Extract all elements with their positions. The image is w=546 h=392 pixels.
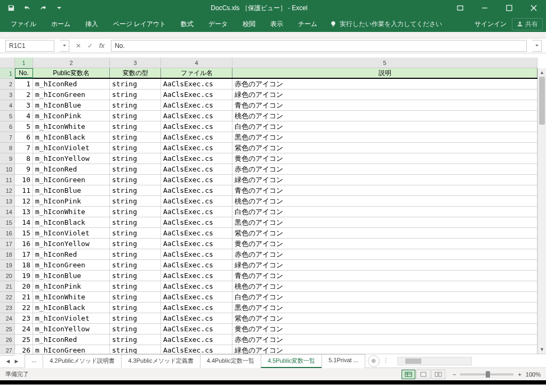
- cell-name[interactable]: m_hIconBlack: [33, 303, 110, 313]
- cell-no[interactable]: 5: [15, 121, 33, 132]
- cell-desc[interactable]: 緑色のアイコン: [232, 260, 537, 270]
- tab-file[interactable]: ファイル: [3, 16, 44, 32]
- cell-desc[interactable]: 桃色のアイコン: [232, 281, 537, 291]
- cell-name[interactable]: m_hIconBlue: [33, 271, 110, 281]
- qat-dropdown-icon[interactable]: [52, 2, 66, 14]
- cell-type[interactable]: string: [110, 334, 161, 345]
- cell-type[interactable]: string: [110, 111, 161, 121]
- cell-file[interactable]: AaClsExec.cs: [161, 345, 232, 354]
- cell-file[interactable]: AaClsExec.cs: [161, 132, 232, 142]
- cell-file[interactable]: AaClsExec.cs: [161, 228, 232, 238]
- cell-name[interactable]: m_hIconBlack: [33, 132, 110, 142]
- sheet-tab[interactable]: 5.1Privat ...: [322, 354, 365, 368]
- cell-name[interactable]: m_hIconRed: [33, 249, 110, 259]
- cell-no[interactable]: 6: [15, 132, 33, 142]
- tab-team[interactable]: チーム: [291, 16, 325, 32]
- cell-no[interactable]: 17: [15, 249, 33, 259]
- view-page-layout-button[interactable]: [416, 370, 430, 379]
- row-header[interactable]: 25: [0, 324, 14, 334]
- cell-type[interactable]: string: [110, 260, 161, 270]
- cancel-formula-button[interactable]: ✕: [76, 42, 81, 50]
- row-header[interactable]: 10: [0, 164, 14, 175]
- share-button[interactable]: 共有: [512, 18, 543, 30]
- cell-type[interactable]: string: [110, 207, 161, 217]
- minimize-button[interactable]: [472, 0, 497, 16]
- add-sheet-button[interactable]: ⊕: [368, 355, 380, 367]
- cell-no[interactable]: 20: [15, 281, 33, 291]
- vertical-scrollbar[interactable]: ▲ ▼: [537, 68, 546, 354]
- row-header[interactable]: 16: [0, 228, 14, 239]
- row-header[interactable]: 26: [0, 334, 14, 345]
- cell-desc[interactable]: 青色のアイコン: [232, 100, 537, 110]
- cell-type[interactable]: string: [110, 164, 161, 174]
- cell-type[interactable]: string: [110, 132, 161, 142]
- cell-type[interactable]: string: [110, 175, 161, 185]
- cell-file[interactable]: AaClsExec.cs: [161, 121, 232, 132]
- formula-expand[interactable]: [532, 40, 542, 52]
- cell-name[interactable]: m_hIconYellow: [33, 239, 110, 249]
- cell-name[interactable]: m_hIconRed: [33, 334, 110, 345]
- cell-no[interactable]: 2: [15, 89, 33, 100]
- cell-type[interactable]: string: [110, 239, 161, 249]
- cell-file[interactable]: AaClsExec.cs: [161, 260, 232, 270]
- cell-no[interactable]: 7: [15, 143, 33, 153]
- cell-type[interactable]: string: [110, 228, 161, 238]
- zoom-out-button[interactable]: −: [453, 371, 456, 378]
- scroll-down-icon[interactable]: ▼: [538, 345, 546, 354]
- cell-type[interactable]: string: [110, 281, 161, 291]
- ribbon-display-button[interactable]: [448, 0, 472, 16]
- view-normal-button[interactable]: [402, 370, 415, 379]
- formula-input[interactable]: No.: [111, 40, 527, 52]
- cell-desc[interactable]: 紫色のアイコン: [232, 313, 537, 323]
- cell-name[interactable]: m_hIconRed: [33, 79, 110, 89]
- cells-area[interactable]: No.Public変数名変数の型ファイル名説明1m_hIconRedstring…: [15, 68, 537, 354]
- cell-desc[interactable]: 黒色のアイコン: [232, 217, 537, 227]
- row-header[interactable]: 18: [0, 249, 14, 260]
- cell-no[interactable]: 15: [15, 228, 33, 238]
- cell-no[interactable]: 10: [15, 175, 33, 185]
- cell-file[interactable]: AaClsExec.cs: [161, 79, 232, 89]
- row-header[interactable]: 21: [0, 281, 14, 292]
- cell-no[interactable]: 13: [15, 207, 33, 217]
- cell-file[interactable]: AaClsExec.cs: [161, 153, 232, 164]
- tab-page-layout[interactable]: ページ レイアウト: [106, 16, 173, 32]
- header-file[interactable]: ファイル名: [161, 68, 232, 78]
- close-button[interactable]: [521, 0, 546, 16]
- row-header[interactable]: 4: [0, 100, 14, 111]
- cell-file[interactable]: AaClsExec.cs: [161, 207, 232, 217]
- cell-desc[interactable]: 黒色のアイコン: [232, 132, 537, 142]
- cell-desc[interactable]: 白色のアイコン: [232, 207, 537, 217]
- header-desc[interactable]: 説明: [232, 68, 537, 78]
- cell-no[interactable]: 8: [15, 153, 33, 164]
- cell-desc[interactable]: 黒色のアイコン: [232, 303, 537, 313]
- cell-type[interactable]: string: [110, 121, 161, 132]
- cell-desc[interactable]: 紫色のアイコン: [232, 228, 537, 238]
- cell-no[interactable]: 23: [15, 313, 33, 323]
- cell-file[interactable]: AaClsExec.cs: [161, 111, 232, 121]
- cell-name[interactable]: m_hIconPink: [33, 281, 110, 291]
- cell-file[interactable]: AaClsExec.cs: [161, 175, 232, 185]
- cell-name[interactable]: m_hIconViolet: [33, 143, 110, 153]
- cell-file[interactable]: AaClsExec.cs: [161, 249, 232, 259]
- tab-view[interactable]: 表示: [263, 16, 291, 32]
- row-header[interactable]: 12: [0, 185, 14, 196]
- row-header[interactable]: 1: [0, 68, 14, 79]
- redo-button[interactable]: [36, 2, 50, 14]
- cell-file[interactable]: AaClsExec.cs: [161, 303, 232, 313]
- cell-type[interactable]: string: [110, 89, 161, 100]
- cell-desc[interactable]: 青色のアイコン: [232, 185, 537, 195]
- row-header[interactable]: 8: [0, 143, 14, 153]
- cell-name[interactable]: m_hIconWhite: [33, 121, 110, 132]
- cell-file[interactable]: AaClsExec.cs: [161, 324, 232, 334]
- row-header[interactable]: 5: [0, 111, 14, 121]
- hscroll-thumb[interactable]: [405, 358, 421, 364]
- cell-desc[interactable]: 紫色のアイコン: [232, 143, 537, 153]
- cell-name[interactable]: m_hIconBlack: [33, 217, 110, 227]
- sheet-tab[interactable]: 4.3Publicメソッド定義書: [121, 354, 200, 368]
- row-header[interactable]: 24: [0, 313, 14, 324]
- cell-desc[interactable]: 緑色のアイコン: [232, 175, 537, 185]
- cell-name[interactable]: m_hIconRed: [33, 164, 110, 174]
- cell-file[interactable]: AaClsExec.cs: [161, 281, 232, 291]
- tab-home[interactable]: ホーム: [44, 16, 78, 32]
- cell-type[interactable]: string: [110, 345, 161, 354]
